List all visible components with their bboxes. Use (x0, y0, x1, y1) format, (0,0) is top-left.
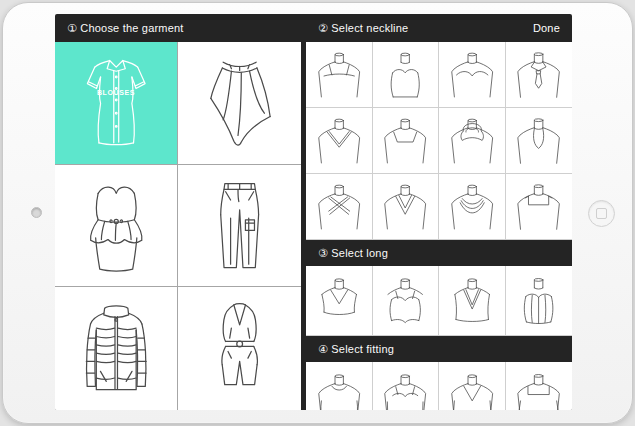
draped-cowl-icon (446, 179, 498, 235)
home-button[interactable] (588, 200, 615, 227)
garment-panel-header: ① Choose the garment (55, 14, 301, 42)
garment-option-blouse[interactable]: BLOUSES (55, 42, 178, 165)
fitting-title: ④ Select fitting (318, 343, 394, 356)
neckline-option-sweetheart[interactable] (439, 42, 506, 108)
garment-option-skirt[interactable] (178, 42, 301, 165)
halter-v-icon (512, 113, 565, 169)
neckline-option-notched-square[interactable] (373, 108, 440, 174)
hooded-cowl-icon (446, 113, 498, 169)
neckline-option-draped-cowl[interactable] (439, 174, 506, 240)
garment-option-jacket[interactable] (55, 287, 178, 410)
shawl-v-icon (379, 179, 431, 235)
neckline-option-strapless-sweetheart[interactable] (373, 42, 440, 108)
cropped-v-icon (313, 271, 365, 330)
wide-v-neck-icon (313, 113, 365, 169)
neckline-option-square-with-straps[interactable] (306, 42, 373, 108)
long-grid (306, 266, 572, 336)
blouse-icon (65, 49, 167, 156)
long-option-long-sweetheart[interactable] (373, 266, 440, 336)
neckline-header: ② Select neckline Done (306, 14, 572, 42)
long-title: ③ Select long (318, 247, 388, 260)
neckline-option-shawl-v[interactable] (373, 174, 440, 240)
garment-option-dress[interactable] (55, 165, 178, 288)
strapless-sweetheart-icon (379, 47, 431, 103)
fitted-round-icon (313, 367, 365, 410)
neckline-grid (306, 42, 572, 240)
fitting-header: ④ Select fitting (306, 336, 572, 362)
fitting-grid (306, 362, 572, 410)
deep-v-long-icon (446, 271, 498, 330)
collar-with-tie-icon (512, 47, 565, 103)
skirt-icon (188, 49, 291, 156)
long-header: ③ Select long (306, 240, 572, 266)
jumpsuit-icon (188, 295, 291, 403)
wrap-surplice-icon (313, 179, 365, 235)
app-screen: ① Choose the garment BLOUSES (55, 14, 572, 410)
pants-icon (188, 172, 291, 279)
wide-square-band-icon (512, 179, 565, 235)
notched-square-icon (379, 113, 431, 169)
long-option-deep-v-long[interactable] (439, 266, 506, 336)
square-with-straps-icon (313, 47, 365, 103)
home-rounded-square-icon (596, 208, 607, 219)
flared-square-icon (512, 367, 565, 410)
corset-long-icon (512, 271, 565, 330)
garment-option-pants[interactable] (178, 165, 301, 288)
garment-panel: ① Choose the garment BLOUSES (55, 14, 301, 410)
long-option-cropped-v[interactable] (306, 266, 373, 336)
fitting-option-fitted-sweetheart[interactable] (373, 362, 440, 410)
camera-icon (31, 207, 42, 218)
garment-grid: BLOUSES (55, 42, 301, 410)
neckline-title: ② Select neckline (318, 22, 408, 35)
dress-icon (65, 172, 167, 279)
fitted-sweetheart-icon (379, 367, 431, 410)
fitting-option-flared-square[interactable] (506, 362, 573, 410)
straight-v-icon (446, 367, 498, 410)
fitting-option-fitted-round[interactable] (306, 362, 373, 410)
neckline-option-wrap-surplice[interactable] (306, 174, 373, 240)
neckline-option-wide-v-neck[interactable] (306, 108, 373, 174)
neckline-option-hooded-cowl[interactable] (439, 108, 506, 174)
neckline-option-collar-with-tie[interactable] (506, 42, 573, 108)
garment-panel-title: ① Choose the garment (67, 22, 184, 35)
neckline-option-wide-square-band[interactable] (506, 174, 573, 240)
sweetheart-icon (446, 47, 498, 103)
neckline-option-halter-v[interactable] (506, 108, 573, 174)
long-sweetheart-icon (379, 271, 431, 330)
screenshot-root: ① Choose the garment BLOUSES (0, 0, 635, 426)
long-option-corset-long[interactable] (506, 266, 573, 336)
done-button[interactable]: Done (533, 22, 560, 34)
garment-option-jumpsuit[interactable] (178, 287, 301, 410)
jacket-icon (65, 295, 167, 403)
options-panel: ② Select neckline Done ③ Select long (306, 14, 572, 410)
fitting-option-straight-v[interactable] (439, 362, 506, 410)
